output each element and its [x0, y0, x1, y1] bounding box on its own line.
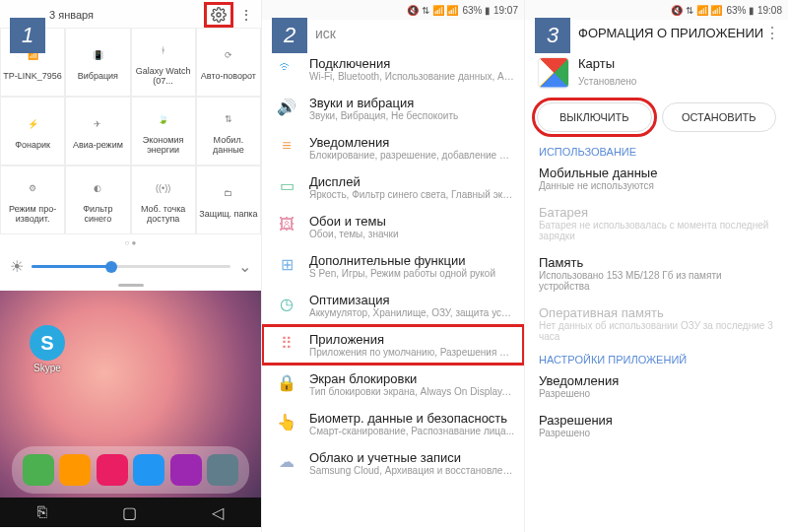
- qs-tile-blue[interactable]: ◐Фильтр синего: [65, 166, 130, 234]
- settings-row-lock[interactable]: 🔒Экран блокировкиТип блокировки экрана, …: [262, 365, 524, 404]
- sound-icon: 🔊: [276, 96, 297, 121]
- recent-icon[interactable]: ⎘: [37, 503, 47, 521]
- gear-icon[interactable]: [211, 7, 227, 23]
- brightness-expand-icon[interactable]: ⌄: [238, 257, 251, 276]
- dock-browser-icon[interactable]: [133, 454, 164, 486]
- brightness-slider[interactable]: [32, 265, 230, 268]
- settings-row-title: Звуки и вибрация: [309, 96, 514, 110]
- panel-quick-settings: 1 3 января ⋮ 📶TP-LINK_7956📳ВибрацияᚼGala…: [0, 0, 262, 532]
- settings-row-title: Экран блокировки: [309, 371, 514, 386]
- settings-row-wall[interactable]: 🖼Обои и темыОбои, темы, значки: [262, 207, 524, 246]
- home-icon[interactable]: ▢: [122, 503, 137, 522]
- action-buttons: ВЫКЛЮЧИТЬ ОСТАНОВИТЬ: [525, 99, 788, 142]
- settings-row-adv[interactable]: ⊞Дополнительные функцииS Pen, Игры, Режи…: [262, 246, 524, 286]
- info-row[interactable]: Мобильные данныеДанные не используются: [525, 160, 788, 199]
- qs-tile-bt[interactable]: ᚼGalaxy Watch (07...: [131, 28, 196, 97]
- info-title: Память: [539, 255, 774, 270]
- settings-rows: УведомленияРазрешеноРазрешенияРазрешено: [525, 367, 788, 446]
- brightness-icon: ☀: [10, 257, 24, 276]
- step-badge-2: 2: [272, 18, 307, 53]
- qs-tile-rotate[interactable]: ⟳Авто-поворот: [196, 28, 261, 97]
- back-icon[interactable]: ◁: [212, 503, 224, 522]
- dock: [12, 446, 249, 494]
- settings-row-sub: Приложения по умолчанию, Разрешения пр..…: [309, 347, 514, 358]
- app-name: Карты: [578, 56, 636, 71]
- qs-tile-vibrate[interactable]: 📳Вибрация: [65, 28, 130, 97]
- dock-gallery-icon[interactable]: [97, 454, 128, 486]
- dock-camera-icon[interactable]: [170, 454, 202, 486]
- settings-row-sub: Samsung Cloud, Архивация и восстановлени…: [309, 465, 514, 476]
- status-bar-2: 🔇 ⇅ 📶 📶 63% ▮ 19:07: [262, 0, 524, 20]
- qs-tile-perf[interactable]: ⚙Режим про-изводит.: [0, 166, 65, 234]
- settings-list: ᯤПодключенияWi-Fi, Bluetooth, Использова…: [262, 49, 524, 483]
- settings-row-apps[interactable]: ⠿ПриложенияПриложения по умолчанию, Разр…: [262, 325, 524, 365]
- more-icon[interactable]: ⋮: [239, 7, 253, 23]
- info-title: Оперативная память: [539, 305, 774, 320]
- skype-app[interactable]: S Skype: [30, 325, 65, 373]
- display-icon: ▭: [276, 174, 297, 200]
- settings-row-sub: Обои, темы, значки: [309, 229, 514, 239]
- panel-handle[interactable]: [118, 284, 144, 287]
- qs-tile-label: Мобил. данные: [199, 136, 258, 156]
- settings-row-sub: S Pen, Игры, Режим работы одной рукой: [309, 268, 514, 279]
- settings-row-title: Оптимизация: [309, 293, 514, 307]
- settings-row-sub: Wi-Fi, Bluetooth, Использование данных, …: [309, 71, 514, 82]
- settings-row-title: Подключения: [309, 56, 514, 71]
- skype-icon: S: [30, 325, 65, 361]
- info-row[interactable]: Оперативная памятьНет данных об использо…: [525, 299, 788, 350]
- app-row: Карты Установлено: [525, 50, 788, 99]
- qs-tile-flash[interactable]: ⚡Фонарик: [0, 97, 65, 166]
- info-row[interactable]: РазрешенияРазрешено: [525, 407, 788, 446]
- settings-row-title: Облако и учетные записи: [309, 450, 514, 465]
- android-navbar: ⎘ ▢ ◁: [0, 498, 261, 527]
- status-text: 63% ▮ 19:07: [462, 5, 518, 16]
- info-row[interactable]: БатареяБатарея не использовалась с момен…: [525, 199, 788, 249]
- status-icons: 🔇 ⇅ 📶 📶: [671, 5, 722, 16]
- skype-label: Skype: [33, 363, 61, 373]
- more-icon[interactable]: ⋮: [764, 24, 780, 42]
- settings-row-cloud[interactable]: ☁Облако и учетные записиSamsung Cloud, А…: [262, 443, 524, 483]
- conn-icon: ᯤ: [276, 56, 297, 82]
- qs-tile-leaf[interactable]: 🍃Экономия энергии: [131, 97, 196, 166]
- qs-tile-label: Режим про-изводит.: [3, 205, 62, 225]
- qs-tile-plane[interactable]: ✈Авиа-режим: [65, 97, 130, 166]
- dock-phone-icon[interactable]: [23, 454, 54, 486]
- blue-icon: ◐: [94, 175, 101, 201]
- disable-button[interactable]: ВЫКЛЮЧИТЬ: [537, 102, 652, 132]
- qs-tile-data[interactable]: ⇅Мобил. данные: [196, 97, 261, 166]
- info-sub: Батарея не использовалась с момента посл…: [539, 220, 774, 241]
- settings-row-sub: Яркость, Фильтр синего света, Главный эк…: [309, 189, 514, 200]
- search-placeholder: иск: [315, 26, 336, 41]
- settings-row-opt[interactable]: ◷ОптимизацияАккумулятор, Хранилище, ОЗУ,…: [262, 286, 524, 325]
- settings-row-sub: Блокирование, разрешение, добавление в п…: [309, 150, 514, 161]
- panel-settings-list: 2 🔇 ⇅ 📶 📶 63% ▮ 19:07 иск ᯤПодключенияWi…: [262, 0, 525, 532]
- qs-tile-label: TP-LINK_7956: [3, 72, 62, 82]
- hotspot-icon: ((•)): [156, 175, 170, 201]
- qs-page-indicator: ○ ●: [0, 234, 261, 251]
- qs-tile-label: Вибрация: [78, 72, 118, 82]
- stop-button[interactable]: ОСТАНОВИТЬ: [662, 102, 777, 132]
- info-title: Разрешения: [539, 413, 774, 428]
- settings-row-title: Приложения: [309, 332, 514, 347]
- homescreen[interactable]: S Skype ⎘ ▢ ◁: [0, 291, 261, 527]
- settings-row-conn[interactable]: ᯤПодключенияWi-Fi, Bluetooth, Использова…: [262, 49, 524, 89]
- qs-tile-label: Авто-поворот: [201, 72, 256, 82]
- settings-row-display[interactable]: ▭ДисплейЯркость, Фильтр синего света, Гл…: [262, 167, 524, 207]
- plane-icon: ✈: [94, 111, 101, 137]
- dock-contacts-icon[interactable]: [59, 454, 91, 486]
- qs-tile-label: Фонарик: [15, 141, 50, 151]
- dock-apps-icon[interactable]: [207, 454, 238, 486]
- folder-icon: 🗀: [224, 180, 232, 206]
- info-title: Батарея: [539, 205, 774, 220]
- settings-row-bio[interactable]: 👆Биометр. данные и безопасностьСмарт-ска…: [262, 404, 524, 443]
- bt-icon: ᚼ: [161, 37, 165, 63]
- lock-icon: 🔒: [276, 371, 297, 397]
- info-row[interactable]: УведомленияРазрешено: [525, 367, 788, 407]
- info-row[interactable]: ПамятьИспользовано 153 МБ/128 Гб из памя…: [525, 249, 788, 299]
- settings-row-sound[interactable]: 🔊Звуки и вибрацияЗвуки, Вибрация, Не бес…: [262, 89, 524, 128]
- qs-tile-folder[interactable]: 🗀Защищ. папка: [196, 166, 261, 234]
- notif-icon: ≡: [276, 135, 297, 161]
- qs-tile-hotspot[interactable]: ((•))Моб. точка доступа: [131, 166, 196, 234]
- settings-row-notif[interactable]: ≡УведомленияБлокирование, разрешение, до…: [262, 128, 524, 167]
- settings-row-title: Дополнительные функции: [309, 253, 514, 268]
